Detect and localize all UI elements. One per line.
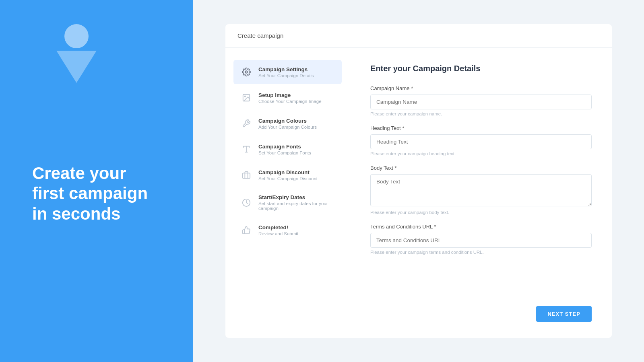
svg-point-0 [245,71,248,73]
main-card: Create campaign Campaign Settings Set [225,24,612,338]
sidebar-item-campaign-discount[interactable]: Campaign Discount Set Your Campaign Disc… [233,163,342,187]
nav-item-subtitle-campaign-settings: Set Your Campaign Details [258,73,314,78]
heading-text-hint: Please enter your campaign heading text. [370,151,592,156]
nav-item-text-campaign-colours: Campaign Colours Add Your Campaign Colou… [258,118,317,130]
body-text-group: Body Text * Please enter your campaign b… [370,165,592,215]
wrench-icon [240,117,253,130]
tag-icon [240,169,253,181]
logo-triangle [56,51,97,83]
nav-item-subtitle-campaign-colours: Add Your Campaign Colours [258,125,317,130]
sidebar-item-start-expiry-dates[interactable]: Start/Expiry Dates Set start and expiry … [233,189,342,216]
heading-text-label: Heading Text * [370,125,592,131]
nav-item-title-setup-image: Setup Image [258,92,322,98]
terms-url-group: Terms and Conditions URL * Please enter … [370,224,592,255]
terms-url-hint: Please enter your campaign terms and con… [370,250,592,255]
clock-icon [240,196,253,209]
card-header-title: Create campaign [237,32,283,39]
body-text-label: Body Text * [370,165,592,171]
form-footer: NEXT STEP [370,298,592,322]
form-area: Enter your Campaign Details Campaign Nam… [350,48,612,338]
campaign-name-input[interactable] [370,95,592,109]
left-panel: Create your first campaign in seconds [0,0,193,362]
nav-item-title-campaign-settings: Campaign Settings [258,66,314,72]
form-title: Enter your Campaign Details [370,64,592,73]
nav-item-title-campaign-discount: Campaign Discount [258,169,318,175]
heading-text-group: Heading Text * Please enter your campaig… [370,125,592,156]
terms-url-input[interactable] [370,233,592,248]
card-body: Campaign Settings Set Your Campaign Deta… [225,48,612,338]
body-text-input[interactable] [370,174,592,206]
font-icon [240,143,253,156]
image-icon [240,91,253,104]
nav-item-title-campaign-fonts: Campaign Fonts [258,144,311,150]
right-panel: Create campaign Campaign Settings Set [193,0,644,362]
campaign-name-label: Campaign Name * [370,85,592,91]
nav-item-text-campaign-settings: Campaign Settings Set Your Campaign Deta… [258,66,314,78]
body-text-hint: Please enter your campaign body text. [370,210,592,215]
gear-icon [240,66,253,78]
nav-item-subtitle-start-expiry-dates: Set start and expiry dates for your camp… [258,201,335,211]
nav-item-subtitle-campaign-fonts: Set Your Campaign Fonts [258,150,311,155]
sidebar-nav: Campaign Settings Set Your Campaign Deta… [225,48,350,338]
thumb-up-icon [240,224,253,237]
nav-item-subtitle-completed: Review and Submit [258,231,298,236]
nav-item-subtitle-campaign-discount: Set Your Campaign Discount [258,176,318,181]
sidebar-item-setup-image[interactable]: Setup Image Choose Your Campaign Image [233,86,342,110]
card-header: Create campaign [225,24,612,48]
campaign-name-hint: Please enter your campaign name. [370,111,592,116]
heading-text-input[interactable] [370,134,592,149]
sidebar-item-completed[interactable]: Completed! Review and Submit [233,218,342,242]
nav-item-title-start-expiry-dates: Start/Expiry Dates [258,194,335,200]
nav-item-text-completed: Completed! Review and Submit [258,224,298,236]
nav-item-text-start-expiry-dates: Start/Expiry Dates Set start and expiry … [258,194,335,211]
sidebar-item-campaign-colours[interactable]: Campaign Colours Add Your Campaign Colou… [233,111,342,136]
terms-url-label: Terms and Conditions URL * [370,224,592,230]
sidebar-item-campaign-fonts[interactable]: Campaign Fonts Set Your Campaign Fonts [233,137,342,161]
nav-item-text-campaign-discount: Campaign Discount Set Your Campaign Disc… [258,169,318,181]
logo-circle [64,24,89,48]
nav-item-text-campaign-fonts: Campaign Fonts Set Your Campaign Fonts [258,144,311,155]
logo-icon [56,24,97,83]
nav-item-title-completed: Completed! [258,224,298,230]
nav-item-title-campaign-colours: Campaign Colours [258,118,317,124]
svg-point-2 [244,96,246,97]
nav-item-text-setup-image: Setup Image Choose Your Campaign Image [258,92,322,104]
svg-rect-5 [243,173,250,178]
hero-text: Create your first campaign in seconds [32,163,161,224]
sidebar-item-campaign-settings[interactable]: Campaign Settings Set Your Campaign Deta… [233,60,342,84]
campaign-name-group: Campaign Name * Please enter your campai… [370,85,592,116]
nav-item-subtitle-setup-image: Choose Your Campaign Image [258,99,322,104]
next-step-button[interactable]: NEXT STEP [536,306,592,322]
